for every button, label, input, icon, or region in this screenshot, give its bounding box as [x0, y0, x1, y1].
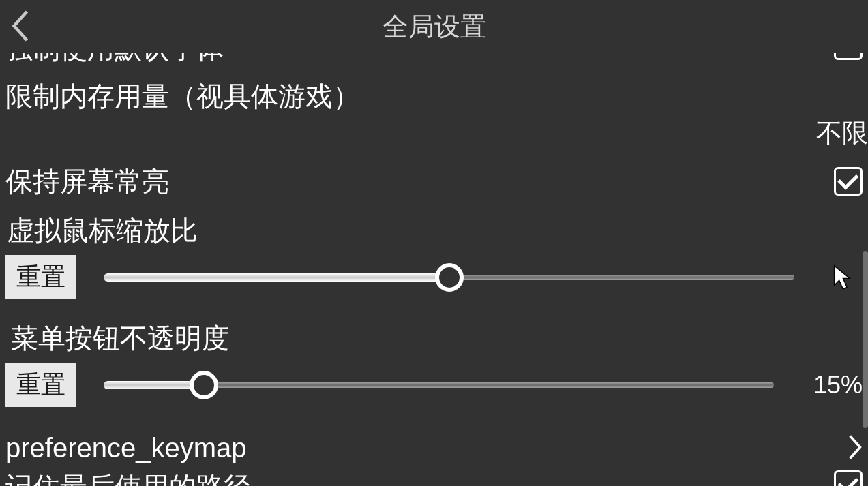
settings-content: 强制使用默认字体 限制内存用量（视具体游戏） 不限 保持屏幕常亮 虚拟鼠标缩放比… [0, 53, 868, 486]
label-keep-screen-on: 保持屏幕常亮 [5, 163, 169, 200]
label-preference-keymap: preference_keymap [5, 433, 247, 464]
row-remember-path[interactable]: 记住最后使用的路径 [0, 470, 868, 486]
slider-thumb[interactable] [190, 371, 218, 399]
slider-cursor-scale[interactable] [104, 262, 794, 292]
label-remember-path: 记住最后使用的路径 [5, 470, 251, 486]
checkbox-force-default-font[interactable] [834, 53, 863, 60]
row-menu-opacity: 菜单按钮不透明度 重置 15% [0, 320, 868, 407]
row-force-default-font[interactable]: 强制使用默认字体 [0, 53, 868, 74]
row-keep-screen-on[interactable]: 保持屏幕常亮 [0, 163, 868, 200]
label-cursor-scale: 虚拟鼠标缩放比 [0, 212, 868, 249]
page-title: 全局设置 [383, 10, 486, 44]
back-button[interactable] [5, 7, 35, 45]
checkbox-remember-path[interactable] [834, 470, 863, 486]
slider-track-fill [104, 273, 449, 282]
reset-cursor-scale-button[interactable]: 重置 [5, 255, 76, 299]
checkbox-keep-screen-on[interactable] [834, 167, 863, 196]
value-menu-opacity: 15% [801, 371, 863, 399]
cursor-icon [822, 264, 863, 291]
row-memory-limit[interactable]: 限制内存用量（视具体游戏） [0, 78, 868, 115]
chevron-right-icon [848, 434, 863, 464]
header: 全局设置 [0, 0, 868, 53]
value-memory-limit: 不限 [0, 116, 868, 151]
slider-thumb[interactable] [435, 263, 464, 292]
chevron-left-icon [11, 10, 30, 42]
svg-marker-0 [835, 265, 850, 288]
slider-menu-opacity[interactable] [104, 370, 774, 400]
label-menu-opacity: 菜单按钮不透明度 [0, 320, 868, 357]
slider-track-fill [104, 381, 204, 389]
scrollbar[interactable] [863, 251, 868, 428]
row-preference-keymap[interactable]: preference_keymap [0, 433, 868, 464]
row-cursor-scale: 虚拟鼠标缩放比 重置 [0, 212, 868, 299]
reset-menu-opacity-button[interactable]: 重置 [5, 363, 76, 407]
label-memory-limit: 限制内存用量（视具体游戏） [5, 78, 863, 115]
label-force-default-font: 强制使用默认字体 [5, 53, 224, 67]
